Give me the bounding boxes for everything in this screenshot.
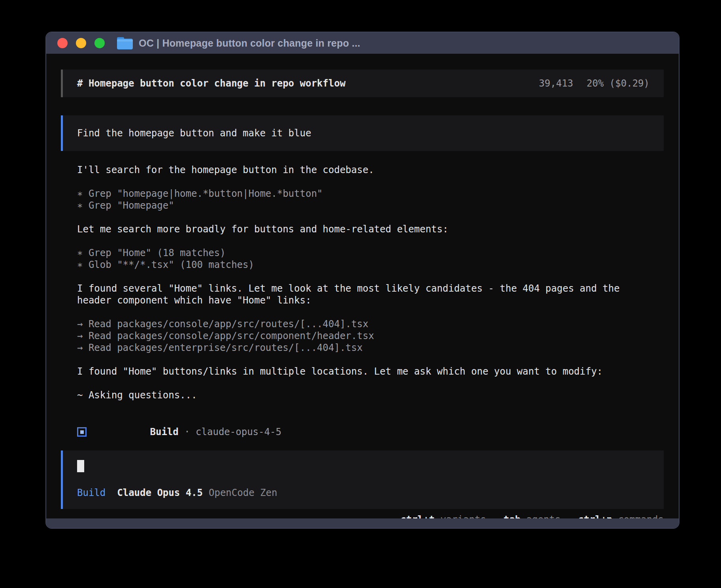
shortcut-key: ctrl+t [400, 514, 435, 518]
tool-call-line: → Read packages/enterprise/src/routes/[.… [77, 342, 664, 354]
assistant-conversation: I'll search for the homepage button in t… [61, 164, 664, 401]
tool-call-line: ∗ Glob "**/*.tsx" (100 matches) [77, 259, 664, 271]
blank-line [77, 354, 664, 366]
agent-name: Build [150, 426, 179, 437]
input-model-label: Claude Opus 4.5 [117, 487, 203, 499]
blank-line [77, 306, 664, 318]
prompt-input[interactable]: Build Claude Opus 4.5 OpenCode Zen [61, 450, 664, 509]
blank-line [77, 235, 664, 247]
assistant-text-line: I'll search for the homepage button in t… [77, 164, 664, 176]
shortcut-key: tab [504, 514, 521, 518]
tool-call-line: ∗ Grep "Home" (18 matches) [77, 247, 664, 259]
user-message-text: Find the homepage button and make it blu… [77, 127, 649, 139]
shortcut-key: ctrl+p [578, 514, 612, 518]
zoom-button[interactable] [94, 38, 105, 48]
status-bar: esc interrupt ctrl+t variantstab agentsc… [61, 514, 664, 518]
shortcut-label: agents [521, 514, 561, 518]
shortcut-label: variants [435, 514, 486, 518]
context-cost: 20% ($0.29) [587, 77, 649, 89]
window-bottom-chrome [46, 518, 679, 528]
token-count: 39,413 [539, 77, 573, 89]
tool-call-line: ∗ Grep "Homepage" [77, 200, 664, 211]
assistant-text-line: header component which have "Home" links… [77, 294, 664, 306]
agent-model: claude-opus-4-5 [196, 426, 281, 437]
minimize-button[interactable] [76, 38, 86, 48]
input-mode-label: Build [77, 487, 106, 499]
folder-icon [117, 36, 133, 50]
window-titlebar: OC | Homepage button color change in rep… [46, 32, 679, 54]
assistant-text-line: I found "Home" buttons/links in multiple… [77, 366, 664, 377]
traffic-lights [57, 38, 105, 48]
blank-line [77, 176, 664, 188]
assistant-text-line: ~ Asking questions... [77, 389, 664, 401]
tool-call-line: ∗ Grep "homepage|home.*button|Home.*butt… [77, 188, 664, 200]
agent-status-row: Build · claude-opus-4-5 [77, 426, 664, 438]
blank-line [77, 211, 664, 223]
shortcut-ctrl-t: ctrl+t variants [400, 514, 486, 518]
shortcut-ctrl-p: ctrl+p commands [578, 514, 664, 518]
shortcut-label: commands [612, 514, 664, 518]
input-provider-label: OpenCode Zen [209, 487, 277, 499]
text-cursor [77, 460, 84, 472]
session-header: # Homepage button color change in repo w… [61, 70, 664, 97]
window-title: OC | Homepage button color change in rep… [139, 38, 360, 49]
user-message: Find the homepage button and make it blu… [61, 115, 664, 151]
build-agent-icon [77, 427, 87, 437]
terminal-content: # Homepage button color change in repo w… [46, 54, 679, 518]
tool-call-line: → Read packages/console/app/src/componen… [77, 330, 664, 342]
assistant-text-line: Let me search more broadly for buttons a… [77, 223, 664, 235]
tool-call-line: → Read packages/console/app/src/routes/[… [77, 318, 664, 330]
shortcut-hints: ctrl+t variantstab agentsctrl+p commands [400, 514, 664, 518]
terminal-window: OC | Homepage button color change in rep… [45, 32, 679, 529]
blank-line [77, 271, 664, 283]
shortcut-tab: tab agents [504, 514, 561, 518]
close-button[interactable] [57, 38, 68, 48]
assistant-text-line: I found several "Home" links. Let me loo… [77, 283, 664, 294]
agent-separator: · [179, 426, 196, 437]
blank-line [77, 377, 664, 389]
session-title: # Homepage button color change in repo w… [77, 77, 345, 89]
